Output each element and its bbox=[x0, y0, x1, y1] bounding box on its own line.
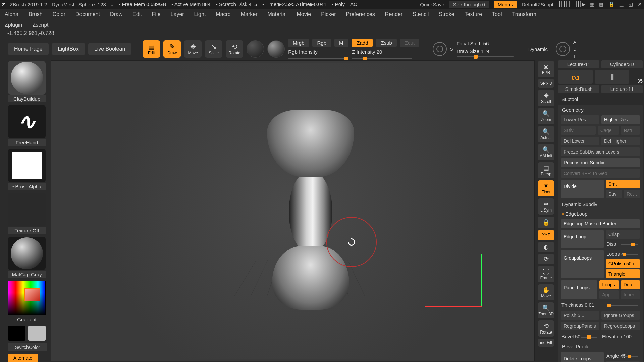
gyro-s-icon[interactable] bbox=[433, 42, 447, 56]
regroup-loops-button[interactable]: RegroupLoops bbox=[601, 322, 640, 330]
tool-tab-a[interactable]: Lecture-11 bbox=[558, 60, 599, 68]
dynamic-subdiv-header[interactable]: Dynamic Subdiv bbox=[561, 200, 640, 208]
switchcolor-button[interactable]: SwitchColor bbox=[8, 343, 47, 351]
groupsloops-button[interactable]: GroupsLoops bbox=[561, 250, 604, 278]
reconstruct-subdiv-button[interactable]: Reconstruct Subdiv bbox=[561, 158, 640, 167]
menu-marker[interactable]: Marker bbox=[241, 11, 258, 17]
menu-transform[interactable]: Transform bbox=[512, 11, 536, 17]
material-sphere-a[interactable] bbox=[247, 40, 264, 58]
material-sphere-b[interactable] bbox=[267, 40, 285, 58]
bpr-button[interactable]: ◉BPR bbox=[538, 61, 554, 77]
menu-preferences[interactable]: Preferences bbox=[346, 11, 375, 17]
menu-picker[interactable]: Picker bbox=[321, 11, 336, 17]
menu-texture[interactable]: Texture bbox=[465, 11, 482, 17]
freeze-subdiv-button[interactable]: Freeze SubDivision Levels bbox=[561, 147, 640, 156]
divide-button[interactable]: Divide bbox=[561, 180, 604, 198]
menu-material[interactable]: Material bbox=[268, 11, 287, 17]
color-black[interactable] bbox=[8, 326, 25, 341]
palette-icon[interactable]: ▦ bbox=[590, 1, 594, 7]
gpolish-button[interactable]: GPolish 50 ○ bbox=[606, 259, 640, 268]
floor-button[interactable]: ▼Floor bbox=[538, 180, 554, 196]
menu-file[interactable]: File bbox=[152, 11, 161, 17]
zcut-toggle[interactable]: Zcut bbox=[400, 39, 419, 47]
loops4-slider[interactable]: Loops 4 bbox=[606, 250, 640, 258]
menu-layer[interactable]: Layer bbox=[171, 11, 184, 17]
menus-button[interactable]: Menus bbox=[494, 1, 517, 8]
dynamic-toggle[interactable]: Dynamic bbox=[524, 45, 552, 53]
regroup-panels-button[interactable]: RegroupPanels bbox=[561, 322, 599, 330]
lock-button[interactable]: 🔒 bbox=[538, 217, 554, 228]
tool-preview-b[interactable]: ▮ bbox=[595, 70, 629, 84]
cage-button[interactable]: Cage bbox=[598, 126, 619, 135]
menu-stencil[interactable]: Stencil bbox=[413, 11, 429, 17]
tool-tab-b[interactable]: Cylinder3D bbox=[601, 60, 643, 68]
rotate-nav-button[interactable]: ⟲Rotate bbox=[538, 320, 554, 337]
zoom-button[interactable]: 🔍Zoom bbox=[538, 108, 554, 124]
draw-size-slider[interactable] bbox=[457, 56, 514, 57]
tool-tab-c[interactable]: Lecture-11 bbox=[601, 85, 643, 93]
stroke-swatch[interactable]: ∿ FreeHand bbox=[8, 105, 46, 146]
suv-button[interactable]: Suv bbox=[606, 190, 622, 198]
gyro-d-icon[interactable] bbox=[556, 42, 570, 56]
del-higher-button[interactable]: Del Higher bbox=[601, 137, 640, 145]
lock-icon[interactable]: 🔒 bbox=[608, 1, 615, 7]
color-gray[interactable] bbox=[28, 326, 46, 341]
subtool-header[interactable]: Subtool bbox=[557, 94, 644, 105]
panelloops-button[interactable]: Panel Loops bbox=[561, 280, 597, 299]
layout-icon[interactable]: ┃┃┃┃┃ bbox=[558, 1, 570, 7]
bevel-slider[interactable]: Bevel 50 bbox=[561, 333, 599, 341]
lower-res-button[interactable]: Lower Res bbox=[561, 115, 599, 124]
menu-color[interactable]: Color bbox=[53, 11, 65, 17]
m-toggle[interactable]: M bbox=[334, 39, 348, 47]
menu-alpha[interactable]: Alpha bbox=[5, 11, 18, 17]
delete-loops-button[interactable]: Delete Loops bbox=[561, 352, 604, 362]
menu-zscript[interactable]: Zscript bbox=[32, 22, 48, 28]
higher-res-button[interactable]: Higher Res bbox=[601, 115, 640, 124]
disp-slider[interactable]: Disp bbox=[606, 240, 640, 248]
rstr-button[interactable]: Rstr bbox=[621, 126, 640, 135]
menu-render[interactable]: Render bbox=[385, 11, 402, 17]
quicksave-button[interactable]: QuickSave bbox=[420, 2, 444, 7]
angle-slider[interactable]: Angle 45 bbox=[606, 352, 640, 360]
ignore-groups-button[interactable]: Ignore Groups bbox=[601, 311, 640, 320]
menu-brush[interactable]: Brush bbox=[29, 11, 43, 17]
persp-button[interactable]: ▤Persp bbox=[538, 162, 554, 178]
thickness-slider[interactable]: Thickness 0.01 bbox=[561, 301, 640, 309]
liveboolean-button[interactable]: Live Boolean bbox=[88, 43, 131, 55]
brush-swatch[interactable]: ClayBuildup bbox=[8, 61, 46, 102]
menu-tool[interactable]: Tool bbox=[492, 11, 502, 17]
move-mode[interactable]: ✥Move bbox=[184, 40, 202, 58]
move-nav-button[interactable]: ✋Move bbox=[538, 284, 554, 300]
double-button[interactable]: Double bbox=[621, 280, 640, 289]
home-button[interactable]: Home Page bbox=[8, 43, 49, 55]
menu-draw[interactable]: Draw bbox=[110, 11, 122, 17]
alpha-swatch[interactable]: ~BrushAlpha bbox=[8, 149, 46, 190]
tool-preview-a[interactable]: ᔓ bbox=[558, 70, 593, 84]
material-swatch[interactable]: MatCap Gray bbox=[8, 237, 46, 278]
polyf-button[interactable]: ⟳ bbox=[538, 254, 554, 264]
zoom3d-button[interactable]: 🔍Zoom3D bbox=[538, 302, 554, 318]
edgeloop-button[interactable]: Edge Loop bbox=[561, 230, 604, 248]
default-zscript[interactable]: DefaultZScript bbox=[522, 2, 553, 7]
elevation-slider[interactable]: Elevation 100 bbox=[601, 333, 640, 341]
menu-light[interactable]: Light bbox=[194, 11, 206, 17]
scale-mode[interactable]: ⤡Scale bbox=[205, 40, 222, 58]
aahalf-button[interactable]: 🔍AAHalf bbox=[538, 144, 554, 160]
geometry-header[interactable]: Geometry bbox=[561, 107, 640, 113]
polish-slider[interactable]: Polish 5 ○ bbox=[561, 311, 599, 320]
smt-toggle[interactable]: Smt bbox=[606, 180, 640, 188]
restore-icon[interactable]: ◱ bbox=[628, 1, 633, 7]
inner-button[interactable]: Inner bbox=[621, 290, 640, 299]
mrgb-toggle[interactable]: Mrgb bbox=[288, 39, 309, 47]
color-picker[interactable]: Gradient bbox=[8, 281, 46, 323]
draw-mode[interactable]: ✎Draw bbox=[163, 40, 181, 58]
menu-stroke[interactable]: Stroke bbox=[439, 11, 454, 17]
frame-button[interactable]: ⛶Frame bbox=[538, 266, 554, 282]
xyz-button[interactable]: XYZ bbox=[538, 230, 554, 240]
scroll-button[interactable]: ✥Scroll bbox=[538, 90, 554, 106]
menu-edit[interactable]: Edit bbox=[132, 11, 142, 17]
edgeloop-header[interactable]: EdgeLoop bbox=[561, 210, 640, 217]
convert-bpr-button[interactable]: Convert BPR To Geo bbox=[561, 169, 640, 178]
minimize-icon[interactable]: ▁ bbox=[620, 1, 624, 7]
viewport[interactable] bbox=[51, 60, 535, 361]
